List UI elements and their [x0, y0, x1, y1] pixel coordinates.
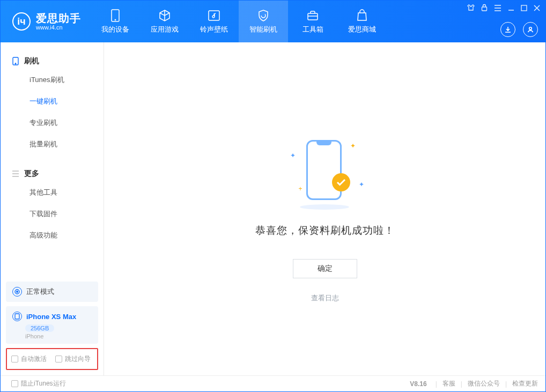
- list-icon: [11, 169, 20, 178]
- footer-link-support[interactable]: 客服: [442, 379, 455, 388]
- nav-flash[interactable]: 智能刷机: [239, 1, 288, 42]
- user-button[interactable]: [523, 22, 538, 37]
- options-box: 自动激活 跳过向导: [6, 348, 98, 370]
- sidebar-group-title: 刷机: [24, 56, 39, 66]
- tshirt-icon[interactable]: [467, 4, 475, 13]
- main-nav: 我的设备 应用游戏 铃声壁纸 智能刷机 工具箱 爱思商城: [91, 1, 387, 42]
- sidebar-item-download-fw[interactable]: 下载固件: [1, 203, 104, 225]
- main-content: ✦ ✦ ✦ + 恭喜您，保资料刷机成功啦！ 确定 查看日志: [104, 42, 545, 375]
- music-folder-icon: [207, 9, 221, 23]
- shield-refresh-icon: [256, 9, 270, 23]
- brand-text: 爱思助手 www.i4.cn: [36, 12, 81, 31]
- status-bar: 阻止iTunes运行 V8.16 | 客服 | 微信公众号 | 检查更新: [1, 375, 545, 391]
- check-badge-icon: [332, 173, 350, 191]
- header-actions: [500, 22, 538, 37]
- app-header: iч 爱思助手 www.i4.cn 我的设备 应用游戏 铃声壁纸 智能刷机 工具…: [1, 1, 545, 42]
- footer-link-update[interactable]: 检查更新: [512, 379, 538, 388]
- checkbox-block-itunes[interactable]: 阻止iTunes运行: [11, 379, 66, 388]
- sidebar-item-advanced[interactable]: 高级功能: [1, 225, 104, 246]
- menu-icon[interactable]: [494, 4, 501, 13]
- nav-label: 铃声壁纸: [200, 25, 228, 34]
- sidebar: 刷机 iTunes刷机 一键刷机 专业刷机 批量刷机 更多 其他工具 下载固件 …: [1, 42, 104, 375]
- brand: iч 爱思助手 www.i4.cn: [1, 1, 91, 42]
- device-name: iPhone XS Max: [26, 313, 76, 321]
- svg-point-8: [15, 63, 16, 64]
- mode-icon: [12, 287, 22, 297]
- sidebar-item-batch-flash[interactable]: 批量刷机: [1, 134, 104, 155]
- toolbox-icon: [306, 9, 320, 23]
- sidebar-item-other-tools[interactable]: 其他工具: [1, 182, 104, 203]
- device-card[interactable]: iPhone XS Max 256GB iPhone: [6, 306, 98, 344]
- bag-icon: [355, 9, 369, 23]
- cube-icon: [158, 9, 172, 23]
- ok-button[interactable]: 确定: [293, 259, 357, 278]
- nav-apps[interactable]: 应用游戏: [140, 1, 189, 42]
- brand-subtitle: www.i4.cn: [36, 24, 81, 31]
- brand-logo-icon: iч: [12, 12, 31, 31]
- sidebar-item-pro-flash[interactable]: 专业刷机: [1, 112, 104, 134]
- sidebar-item-oneclick-flash[interactable]: 一键刷机: [1, 91, 104, 112]
- sidebar-item-itunes-flash[interactable]: iTunes刷机: [1, 69, 104, 91]
- device-storage: 256GB: [25, 324, 54, 332]
- nav-ringtones[interactable]: 铃声壁纸: [189, 1, 239, 42]
- nav-label: 爱思商城: [348, 25, 376, 34]
- svg-rect-4: [482, 7, 487, 11]
- nav-label: 智能刷机: [249, 25, 277, 34]
- nav-label: 工具箱: [302, 25, 323, 34]
- sparkle-icon: +: [299, 185, 302, 193]
- device-icon: [11, 57, 20, 65]
- device-phone-icon: [12, 312, 22, 321]
- download-button[interactable]: [500, 22, 515, 37]
- success-illustration: ✦ ✦ ✦ +: [285, 137, 365, 212]
- nav-label: 我的设备: [101, 25, 129, 34]
- mode-card[interactable]: 正常模式: [6, 282, 98, 302]
- footer-link-wechat[interactable]: 微信公众号: [468, 379, 500, 388]
- sparkle-icon: ✦: [350, 142, 356, 150]
- phone-icon: [108, 9, 122, 23]
- phone-outline-icon: [306, 140, 342, 200]
- nav-my-device[interactable]: 我的设备: [91, 1, 140, 42]
- mode-label: 正常模式: [26, 287, 54, 297]
- svg-rect-11: [15, 314, 19, 319]
- lock-icon[interactable]: [481, 4, 488, 13]
- sparkle-icon: ✦: [290, 152, 296, 159]
- nav-label: 应用游戏: [151, 25, 179, 34]
- svg-rect-3: [308, 13, 318, 20]
- sidebar-group-title: 更多: [24, 169, 39, 179]
- svg-rect-5: [521, 5, 527, 11]
- window-controls: [467, 4, 540, 13]
- sparkle-icon: ✦: [359, 181, 364, 188]
- brand-title: 爱思助手: [36, 12, 81, 24]
- svg-point-10: [17, 291, 18, 293]
- checkbox-auto-activate[interactable]: 自动激活: [11, 354, 47, 364]
- success-message: 恭喜您，保资料刷机成功啦！: [255, 224, 395, 238]
- checkbox-skip-guide[interactable]: 跳过向导: [55, 354, 91, 364]
- minimize-icon[interactable]: [508, 4, 514, 13]
- nav-toolbox[interactable]: 工具箱: [288, 1, 337, 42]
- close-icon[interactable]: [534, 4, 540, 13]
- version-label: V8.16: [410, 380, 426, 388]
- svg-point-1: [115, 19, 116, 20]
- svg-point-6: [529, 27, 532, 30]
- maximize-icon[interactable]: [521, 4, 527, 13]
- sidebar-group-flash: 刷机: [1, 53, 104, 69]
- nav-store[interactable]: 爱思商城: [337, 1, 387, 42]
- view-log-link[interactable]: 查看日志: [311, 293, 339, 303]
- sidebar-group-more: 更多: [1, 166, 104, 182]
- device-type: iPhone: [25, 333, 92, 339]
